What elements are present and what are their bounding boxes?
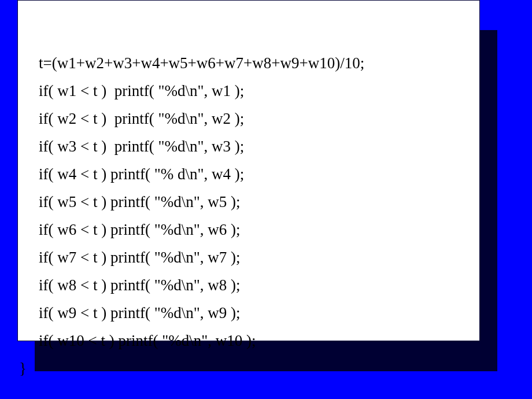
slide-background: t=(w1+w2+w3+w4+w5+w6+w7+w8+w9+w10)/10; i…	[0, 0, 532, 399]
code-line-11: }	[19, 360, 27, 377]
code-line-5: if( w5 < t ) printf( "%d\n", w5 );	[39, 193, 240, 210]
code-line-1: if( w1 < t ) printf( "%d\n", w1 );	[39, 82, 244, 99]
code-line-8: if( w8 < t ) printf( "%d\n", w8 );	[39, 276, 240, 294]
code-line-0: t=(w1+w2+w3+w4+w5+w6+w7+w8+w9+w10)/10;	[39, 54, 364, 72]
code-line-10: if( w10 < t ) printf( "%d\n", w10 );	[39, 332, 256, 349]
code-panel: t=(w1+w2+w3+w4+w5+w6+w7+w8+w9+w10)/10; i…	[17, 0, 480, 341]
code-line-3: if( w3 < t ) printf( "%d\n", w3 );	[39, 138, 244, 155]
code-block: t=(w1+w2+w3+w4+w5+w6+w7+w8+w9+w10)/10; i…	[39, 21, 463, 382]
code-line-7: if( w7 < t ) printf( "%d\n", w7 );	[39, 249, 240, 266]
code-line-2: if( w2 < t ) printf( "%d\n", w2 );	[39, 110, 244, 127]
code-line-6: if( w6 < t ) printf( "%d\n", w6 );	[39, 221, 240, 238]
code-line-9: if( w9 < t ) printf( "%d\n", w9 );	[39, 304, 240, 322]
code-line-4: if( w4 < t ) printf( "% d\n", w4 );	[39, 165, 244, 183]
